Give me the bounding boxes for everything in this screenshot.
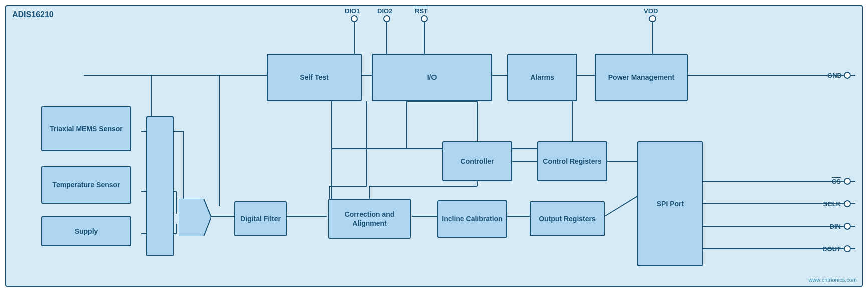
incline-block: Incline Calibration xyxy=(437,200,507,238)
triaxial-block: Triaxial MEMS Sensor xyxy=(41,106,131,151)
diagram-container: ADIS16210 www.cntrionics.com xyxy=(5,5,863,287)
dout-pin xyxy=(844,245,851,252)
temperature-block: Temperature Sensor xyxy=(41,166,131,204)
svg-line-19 xyxy=(605,196,637,216)
dio1-label: DIO1 xyxy=(345,7,360,15)
spi-port-block: SPI Port xyxy=(637,141,703,266)
dio1-pin xyxy=(351,15,358,22)
mux-block xyxy=(179,199,211,236)
dio2-label: DIO2 xyxy=(377,7,392,15)
gnd-label: GND xyxy=(827,72,842,79)
adc-block xyxy=(146,116,174,256)
digital-filter-block: Digital Filter xyxy=(234,201,287,236)
vdd-pin xyxy=(649,15,656,22)
rst-pin xyxy=(421,15,428,22)
supply-block: Supply xyxy=(41,216,131,246)
self-test-block: Self Test xyxy=(267,54,362,101)
din-pin xyxy=(844,223,851,230)
sclk-label: SCLK xyxy=(823,200,841,208)
cs-label: CS xyxy=(832,178,841,185)
connection-lines xyxy=(6,6,862,286)
svg-marker-43 xyxy=(179,199,211,236)
cs-pin xyxy=(844,178,851,185)
controller-block: Controller xyxy=(442,141,512,181)
power-mgmt-block: Power Management xyxy=(595,54,688,101)
correction-block: Correction and Alignment xyxy=(328,199,411,239)
watermark: www.cntrionics.com xyxy=(808,277,857,283)
din-label: DIN xyxy=(830,223,841,230)
control-reg-block: Control Registers xyxy=(537,141,607,181)
vdd-label: VDD xyxy=(644,7,658,15)
rst-label: RST xyxy=(415,7,428,15)
alarms-block: Alarms xyxy=(507,54,577,101)
gnd-pin xyxy=(844,72,851,79)
io-block: I/O xyxy=(372,54,492,101)
output-reg-block: Output Registers xyxy=(530,201,605,236)
dout-label: DOUT xyxy=(822,245,841,253)
sclk-pin xyxy=(844,200,851,207)
chip-label: ADIS16210 xyxy=(12,10,54,19)
dio2-pin xyxy=(383,15,390,22)
